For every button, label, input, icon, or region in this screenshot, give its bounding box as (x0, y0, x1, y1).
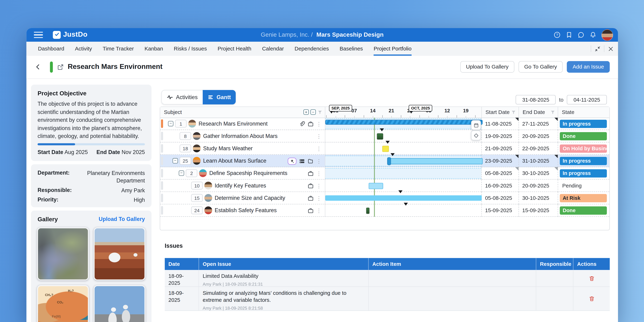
week-tick-label: 12 (444, 108, 450, 114)
collapse-toggle[interactable]: − (168, 121, 173, 126)
breadcrumb-org[interactable]: Genie Lamps, Inc. / (261, 31, 313, 38)
gantt-bar[interactable] (325, 195, 482, 201)
collapse-toggle[interactable]: − (173, 158, 178, 164)
gantt-bar[interactable] (377, 133, 383, 140)
justdo-logo-icon[interactable] (53, 31, 61, 39)
bookmark-icon[interactable] (566, 31, 572, 38)
gallery-image-diagram[interactable]: CH₄? H₂? CO₂ Fe(III) (37, 285, 89, 322)
gantt-bar[interactable] (382, 146, 389, 152)
tab-calendar[interactable]: Calendar (262, 42, 284, 56)
external-link-icon[interactable] (57, 64, 64, 70)
timeline-cell (325, 142, 482, 155)
kebab-menu-icon[interactable]: ⋮ (316, 133, 322, 139)
gantt-row-define-spaceship-requirements[interactable]: −2Define Spaceship Requirements⋮05-08-20… (160, 167, 609, 180)
gantt-row-determine-size-and-capacity[interactable]: 15Determine Size and Capacity⋮05-08-2025… (160, 192, 609, 204)
breadcrumb-project[interactable]: Mars Spaceship Design (316, 31, 384, 38)
tab-time-tracker[interactable]: Time Tracker (103, 42, 134, 56)
briefcase-icon[interactable] (308, 208, 314, 214)
paperclip-icon[interactable] (299, 121, 305, 127)
help-icon[interactable]: ? (554, 31, 561, 38)
tab-activity[interactable]: Activity (75, 42, 92, 56)
locate-button[interactable] (471, 130, 481, 140)
add-an-issue-button[interactable]: Add an Issue (567, 61, 610, 73)
gantt-bar[interactable] (325, 120, 482, 125)
tab-baselines[interactable]: Baselines (340, 42, 363, 56)
kebab-menu-icon[interactable]: ⋮ (316, 158, 322, 164)
upload-to-gallery-link[interactable]: Upload To Gallery (99, 216, 145, 222)
briefcase-icon[interactable] (308, 170, 314, 176)
tab-kanban[interactable]: Kanban (144, 42, 163, 56)
gantt-row-identify-key-features[interactable]: 10Identify Key Features⋮16-09-202520-09-… (160, 180, 609, 192)
gallery-image-habitat[interactable] (94, 228, 145, 280)
assignee-avatar[interactable] (193, 144, 201, 152)
tab-gantt[interactable]: Gantt (203, 90, 236, 104)
calendar-button[interactable] (471, 120, 481, 130)
close-icon[interactable] (608, 46, 614, 52)
filter-icon[interactable] (511, 110, 516, 115)
status-badge[interactable]: In progress (560, 120, 607, 128)
gantt-row-study-mars-weather[interactable]: 18Study Mars Weather⋮21-09-202522-09-202… (160, 142, 609, 155)
filter-icon[interactable] (550, 110, 555, 115)
briefcase-icon[interactable] (308, 121, 314, 127)
issues-header-actions: Actions (573, 258, 610, 270)
gantt-bar[interactable] (366, 208, 370, 214)
trash-icon[interactable] (588, 275, 595, 282)
tab-project-portfolio[interactable]: Project Portfolio (374, 42, 412, 56)
kebab-menu-icon[interactable]: ⋮ (316, 195, 322, 201)
kebab-menu-icon[interactable]: ⋮ (316, 170, 322, 176)
kebab-menu-icon[interactable]: ⋮ (316, 208, 322, 214)
tab-dependencies[interactable]: Dependencies (295, 42, 329, 56)
collapse-view-icon[interactable] (594, 46, 601, 52)
gantt-row-establish-safety-features[interactable]: 24Establish Safety Features⋮15-09-202515… (160, 204, 609, 217)
trash-icon[interactable] (588, 296, 595, 302)
assignee-avatar[interactable] (204, 182, 212, 190)
assignee-avatar[interactable] (188, 120, 196, 128)
state-cell: On Hold by Business (558, 142, 610, 155)
status-badge[interactable]: At Risk (560, 194, 607, 202)
bell-icon[interactable] (590, 31, 596, 38)
subject-cell: −25Learn About Mars Surface⋮ (160, 155, 325, 167)
ai-assist-button[interactable] (288, 158, 296, 164)
assignee-avatar[interactable] (193, 157, 201, 165)
go-to-gallery-button[interactable]: Go To Gallery (518, 61, 563, 73)
upload-to-gallery-button[interactable]: Upload To Gallery (460, 61, 514, 73)
collapse-toggle[interactable]: − (179, 170, 184, 176)
assignee-avatar[interactable] (199, 169, 207, 177)
back-button[interactable] (35, 64, 41, 70)
tab-risks-issues[interactable]: Risks / Issues (174, 42, 207, 56)
user-avatar[interactable] (602, 29, 613, 41)
assignee-avatar[interactable] (204, 206, 212, 214)
folder-icon[interactable] (308, 158, 314, 164)
gantt-row-research-mars-environment[interactable]: −1Research Mars Environment⋮11-08-202527… (160, 118, 609, 130)
status-badge[interactable]: Done (560, 206, 607, 215)
collapse-all-button[interactable]: − (310, 110, 316, 115)
chat-icon[interactable] (578, 31, 584, 38)
tab-project-health[interactable]: Project Health (218, 42, 251, 56)
tab-activities[interactable]: Activities (161, 90, 203, 104)
filter-icon[interactable] (318, 110, 322, 115)
briefcase-icon[interactable] (308, 183, 314, 189)
kebab-menu-icon[interactable]: ⋮ (316, 146, 322, 152)
assignee-avatar[interactable] (204, 194, 212, 202)
status-badge[interactable]: In progress (560, 169, 607, 178)
status-badge[interactable]: In progress (560, 157, 607, 165)
timeline-cell (325, 118, 482, 130)
range-start-input[interactable]: 31-08-2025 (516, 95, 556, 104)
kebab-menu-icon[interactable]: ⋮ (316, 183, 322, 189)
range-end-input[interactable]: 04-11-2025 (567, 95, 607, 104)
gantt-bar[interactable] (369, 183, 383, 189)
gantt-row-gather-information-about-mars[interactable]: 8Gather Information About Mars⋮19-09-202… (160, 130, 609, 142)
gallery-image-astronauts[interactable] (94, 285, 145, 322)
gallery-image-mars-terrain[interactable] (37, 228, 89, 280)
status-badge[interactable]: Done (560, 132, 607, 140)
status-badge[interactable]: On Hold by Business (560, 144, 607, 153)
kebab-menu-icon[interactable]: ⋮ (316, 121, 322, 127)
expand-all-button[interactable]: + (304, 110, 309, 115)
tab-dashboard[interactable]: Dashboard (38, 42, 64, 56)
briefcase-icon[interactable] (308, 195, 314, 201)
hamburger-menu-icon[interactable] (34, 32, 43, 38)
list-icon[interactable] (299, 158, 305, 164)
assignee-avatar[interactable] (193, 132, 201, 140)
gantt-row-learn-about-mars-surface[interactable]: −25Learn About Mars Surface⋮23-09-202531… (160, 155, 609, 167)
gantt-bar[interactable] (388, 158, 483, 164)
